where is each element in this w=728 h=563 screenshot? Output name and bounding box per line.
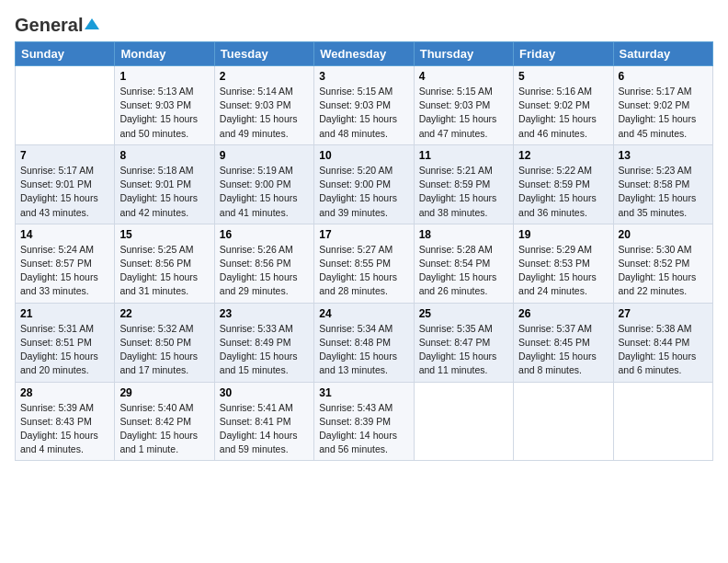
header: General [15,15,713,32]
calendar-cell: 5Sunrise: 5:16 AM Sunset: 9:02 PM Daylig… [514,66,613,145]
day-number: 29 [119,386,209,399]
day-number: 17 [319,228,408,241]
cell-info: Sunrise: 5:33 AM Sunset: 8:49 PM Dayligh… [220,322,309,378]
calendar-cell: 14Sunrise: 5:24 AM Sunset: 8:57 PM Dayli… [16,224,115,303]
cell-info: Sunrise: 5:14 AM Sunset: 9:03 PM Dayligh… [220,85,309,141]
cell-info: Sunrise: 5:17 AM Sunset: 9:02 PM Dayligh… [619,85,708,141]
calendar-cell: 30Sunrise: 5:41 AM Sunset: 8:41 PM Dayli… [214,382,313,461]
cell-info: Sunrise: 5:29 AM Sunset: 8:53 PM Dayligh… [518,243,608,299]
cell-info: Sunrise: 5:22 AM Sunset: 8:59 PM Dayligh… [518,164,608,220]
cell-info: Sunrise: 5:16 AM Sunset: 9:02 PM Dayligh… [518,85,608,141]
cell-info: Sunrise: 5:21 AM Sunset: 8:59 PM Dayligh… [419,164,508,220]
calendar-day-header: Sunday [16,42,115,66]
calendar-cell: 23Sunrise: 5:33 AM Sunset: 8:49 PM Dayli… [214,303,313,382]
cell-info: Sunrise: 5:26 AM Sunset: 8:56 PM Dayligh… [220,243,309,299]
cell-info: Sunrise: 5:43 AM Sunset: 8:39 PM Dayligh… [319,401,408,457]
svg-marker-0 [85,18,99,29]
day-number: 4 [419,70,508,83]
calendar-day-header: Monday [115,42,214,66]
calendar-cell: 22Sunrise: 5:32 AM Sunset: 8:50 PM Dayli… [115,303,214,382]
day-number: 28 [20,386,109,399]
day-number: 6 [619,70,708,83]
day-number: 23 [220,307,309,320]
day-number: 1 [119,70,209,83]
cell-info: Sunrise: 5:39 AM Sunset: 8:43 PM Dayligh… [20,401,109,457]
cell-info: Sunrise: 5:34 AM Sunset: 8:48 PM Dayligh… [319,322,408,378]
day-number: 31 [319,386,408,399]
calendar-cell: 3Sunrise: 5:15 AM Sunset: 9:03 PM Daylig… [314,66,414,145]
cell-info: Sunrise: 5:30 AM Sunset: 8:52 PM Dayligh… [619,243,708,299]
calendar-day-header: Thursday [414,42,513,66]
day-number: 30 [220,386,309,399]
cell-info: Sunrise: 5:25 AM Sunset: 8:56 PM Dayligh… [119,243,209,299]
calendar-cell: 29Sunrise: 5:40 AM Sunset: 8:42 PM Dayli… [115,382,214,461]
calendar-cell: 17Sunrise: 5:27 AM Sunset: 8:55 PM Dayli… [314,224,414,303]
calendar-week-row: 28Sunrise: 5:39 AM Sunset: 8:43 PM Dayli… [16,382,713,461]
calendar-cell: 19Sunrise: 5:29 AM Sunset: 8:53 PM Dayli… [514,224,613,303]
cell-info: Sunrise: 5:19 AM Sunset: 9:00 PM Dayligh… [220,164,309,220]
cell-info: Sunrise: 5:41 AM Sunset: 8:41 PM Dayligh… [220,401,309,457]
calendar-cell: 27Sunrise: 5:38 AM Sunset: 8:44 PM Dayli… [613,303,712,382]
calendar-cell: 31Sunrise: 5:43 AM Sunset: 8:39 PM Dayli… [314,382,414,461]
cell-info: Sunrise: 5:28 AM Sunset: 8:54 PM Dayligh… [419,243,508,299]
day-number: 14 [20,228,109,241]
cell-info: Sunrise: 5:15 AM Sunset: 9:03 PM Dayligh… [419,85,508,141]
cell-info: Sunrise: 5:20 AM Sunset: 9:00 PM Dayligh… [319,164,408,220]
cell-info: Sunrise: 5:17 AM Sunset: 9:01 PM Dayligh… [20,164,109,220]
logo-triangle-icon [85,17,99,31]
day-number: 21 [20,307,109,320]
day-number: 7 [20,149,109,162]
logo: General [15,15,99,32]
logo-general: General [15,15,83,36]
cell-info: Sunrise: 5:13 AM Sunset: 9:03 PM Dayligh… [119,85,209,141]
calendar-cell: 2Sunrise: 5:14 AM Sunset: 9:03 PM Daylig… [214,66,313,145]
calendar-table: SundayMondayTuesdayWednesdayThursdayFrid… [15,41,713,461]
cell-info: Sunrise: 5:23 AM Sunset: 8:58 PM Dayligh… [619,164,708,220]
day-number: 10 [319,149,408,162]
cell-info: Sunrise: 5:18 AM Sunset: 9:01 PM Dayligh… [119,164,209,220]
calendar-cell: 15Sunrise: 5:25 AM Sunset: 8:56 PM Dayli… [115,224,214,303]
calendar-week-row: 7Sunrise: 5:17 AM Sunset: 9:01 PM Daylig… [16,144,713,224]
calendar-cell: 12Sunrise: 5:22 AM Sunset: 8:59 PM Dayli… [514,144,613,224]
cell-info: Sunrise: 5:37 AM Sunset: 8:45 PM Dayligh… [518,322,608,378]
calendar-week-row: 14Sunrise: 5:24 AM Sunset: 8:57 PM Dayli… [16,224,713,303]
day-number: 27 [619,307,708,320]
calendar-cell: 4Sunrise: 5:15 AM Sunset: 9:03 PM Daylig… [414,66,513,145]
calendar-day-header: Saturday [613,42,712,66]
calendar-cell: 8Sunrise: 5:18 AM Sunset: 9:01 PM Daylig… [115,144,214,224]
cell-info: Sunrise: 5:35 AM Sunset: 8:47 PM Dayligh… [419,322,508,378]
calendar-day-header: Friday [514,42,613,66]
day-number: 25 [419,307,508,320]
calendar-cell: 24Sunrise: 5:34 AM Sunset: 8:48 PM Dayli… [314,303,414,382]
day-number: 22 [119,307,209,320]
calendar-day-header: Tuesday [214,42,313,66]
day-number: 9 [220,149,309,162]
day-number: 11 [419,149,508,162]
cell-info: Sunrise: 5:32 AM Sunset: 8:50 PM Dayligh… [119,322,209,378]
calendar-cell: 10Sunrise: 5:20 AM Sunset: 9:00 PM Dayli… [314,144,414,224]
calendar-header-row: SundayMondayTuesdayWednesdayThursdayFrid… [16,42,713,66]
day-number: 24 [319,307,408,320]
calendar-cell: 6Sunrise: 5:17 AM Sunset: 9:02 PM Daylig… [613,66,712,145]
calendar-cell [414,382,513,461]
calendar-cell: 13Sunrise: 5:23 AM Sunset: 8:58 PM Dayli… [613,144,712,224]
calendar-cell: 16Sunrise: 5:26 AM Sunset: 8:56 PM Dayli… [214,224,313,303]
cell-info: Sunrise: 5:40 AM Sunset: 8:42 PM Dayligh… [119,401,209,457]
calendar-day-header: Wednesday [314,42,414,66]
calendar-cell: 26Sunrise: 5:37 AM Sunset: 8:45 PM Dayli… [514,303,613,382]
day-number: 26 [518,307,608,320]
day-number: 15 [119,228,209,241]
calendar-cell: 28Sunrise: 5:39 AM Sunset: 8:43 PM Dayli… [16,382,115,461]
day-number: 8 [119,149,209,162]
page: General SundayMondayTuesdayWednesdayThur… [0,0,728,563]
calendar-cell [613,382,712,461]
calendar-week-row: 21Sunrise: 5:31 AM Sunset: 8:51 PM Dayli… [16,303,713,382]
calendar-week-row: 1Sunrise: 5:13 AM Sunset: 9:03 PM Daylig… [16,66,713,145]
day-number: 18 [419,228,508,241]
day-number: 16 [220,228,309,241]
calendar-cell [514,382,613,461]
calendar-cell: 21Sunrise: 5:31 AM Sunset: 8:51 PM Dayli… [16,303,115,382]
calendar-cell [16,66,115,145]
day-number: 5 [518,70,608,83]
calendar-cell: 18Sunrise: 5:28 AM Sunset: 8:54 PM Dayli… [414,224,513,303]
